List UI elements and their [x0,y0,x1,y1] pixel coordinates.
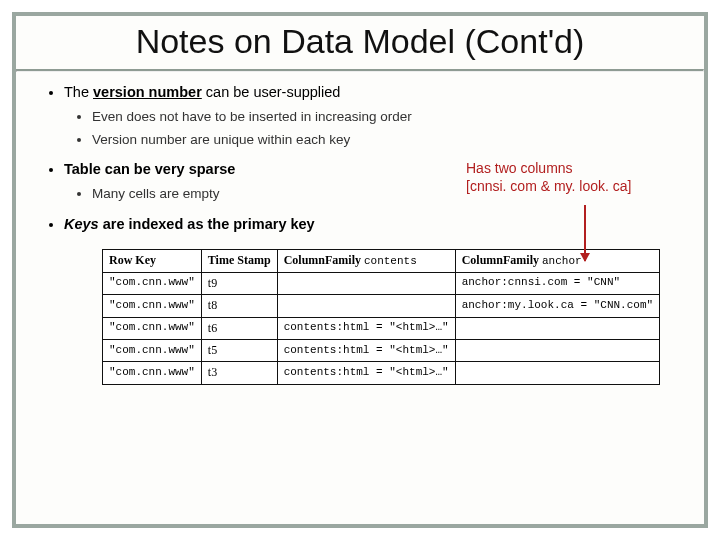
th-timestamp: Time Stamp [201,249,277,272]
cell-contents [277,295,455,317]
table-header-row: Row Key Time Stamp ColumnFamily contents… [103,249,660,272]
slide-title: Notes on Data Model (Cont'd) [26,22,694,61]
table-container: Row Key Time Stamp ColumnFamily contents… [42,245,678,385]
annotation-line2: [cnnsi. com & my. look. ca] [466,177,686,195]
annotation-arrow [584,205,586,261]
cell-anchor: anchor:cnnsi.com = "CNN" [455,272,659,294]
cell-anchor [455,317,659,339]
cell-rowkey: "com.cnn.www" [103,295,202,317]
bullet-sparse-text: Table can be very sparse [64,161,235,177]
table-row: "com.cnn.www" t9 anchor:cnnsi.com = "CNN… [103,272,660,294]
cell-ts: t8 [201,295,277,317]
bullet-version-strong: version number [93,84,202,100]
th-anchor-mono: anchor [542,255,582,267]
th-contents-pre: ColumnFamily [284,253,364,267]
th-rowkey: Row Key [103,249,202,272]
cell-anchor [455,362,659,384]
table-body: "com.cnn.www" t9 anchor:cnnsi.com = "CNN… [103,272,660,384]
bullet-version-post: can be user-supplied [202,84,341,100]
th-anchor-pre: ColumnFamily [462,253,542,267]
bullet-version-pre: The [64,84,93,100]
cell-rowkey: "com.cnn.www" [103,272,202,294]
bullet-version-sub1: Even does not have to be inserted in inc… [92,107,678,127]
table-row: "com.cnn.www" t8 anchor:my.look.ca = "CN… [103,295,660,317]
title-block: Notes on Data Model (Cont'd) [16,16,704,69]
cell-ts: t6 [201,317,277,339]
cell-rowkey: "com.cnn.www" [103,317,202,339]
cell-ts: t3 [201,362,277,384]
table-row: "com.cnn.www" t3 contents:html = "<html>… [103,362,660,384]
slide-frame: Notes on Data Model (Cont'd) The version… [12,12,708,528]
cell-rowkey: "com.cnn.www" [103,362,202,384]
slide: Notes on Data Model (Cont'd) The version… [0,0,720,540]
cell-contents [277,272,455,294]
cell-ts: t5 [201,339,277,361]
bullet-keys-rest: are indexed as the primary key [99,216,315,232]
th-contents-mono: contents [364,255,417,267]
cell-contents: contents:html = "<html>…" [277,317,455,339]
slide-body: The version number can be user-supplied … [16,72,704,524]
table-row: "com.cnn.www" t5 contents:html = "<html>… [103,339,660,361]
data-table: Row Key Time Stamp ColumnFamily contents… [102,249,660,385]
annotation-box: Has two columns [cnnsi. com & my. look. … [466,159,686,195]
annotation-line1: Has two columns [466,159,686,177]
cell-anchor [455,339,659,361]
cell-contents: contents:html = "<html>…" [277,362,455,384]
bullet-version: The version number can be user-supplied … [64,82,678,149]
bullet-list: The version number can be user-supplied … [42,82,678,235]
th-anchor: ColumnFamily anchor [455,249,659,272]
bullet-sparse: Table can be very sparse Many cells are … [64,159,678,204]
th-contents: ColumnFamily contents [277,249,455,272]
cell-anchor: anchor:my.look.ca = "CNN.com" [455,295,659,317]
table-row: "com.cnn.www" t6 contents:html = "<html>… [103,317,660,339]
bullet-version-sub2: Version number are unique within each ke… [92,130,678,150]
cell-ts: t9 [201,272,277,294]
cell-contents: contents:html = "<html>…" [277,339,455,361]
bullet-keys-key: Keys [64,216,99,232]
cell-rowkey: "com.cnn.www" [103,339,202,361]
bullet-version-sub: Even does not have to be inserted in inc… [64,107,678,149]
